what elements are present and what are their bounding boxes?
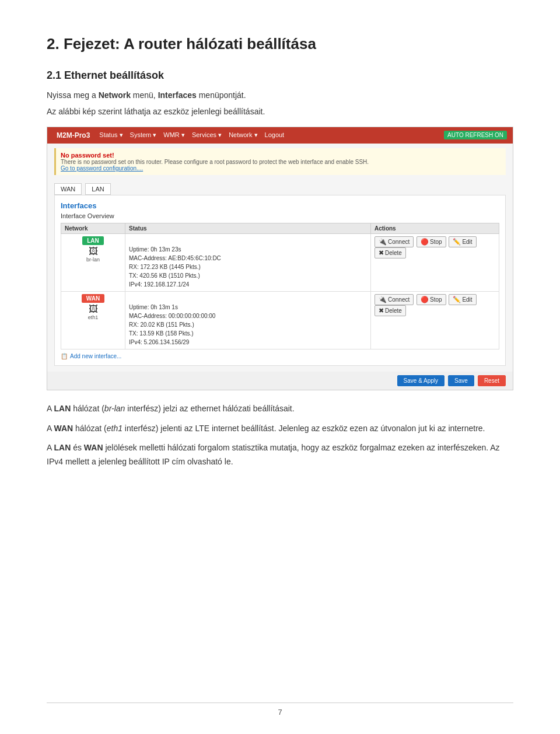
lan-status-text: Uptime: 0h 13m 23s MAC-Address: AE:BD:45… xyxy=(129,246,221,288)
table-row: WAN 🖼 eth1 Uptime: 0h 13m 1s MAC-Address… xyxy=(61,291,499,349)
nav-network[interactable]: Network ▾ xyxy=(229,131,257,139)
lan-actions-cell: 🔌 Connect 🔴 Stop ✏️ Edit ✖ Delete xyxy=(371,233,499,291)
interfaces-heading: Interfaces xyxy=(61,201,499,210)
lan-badge: LAN xyxy=(82,236,104,245)
edit-icon: ✏️ xyxy=(453,296,461,303)
tab-lan[interactable]: LAN xyxy=(85,183,110,195)
save-button[interactable]: Save xyxy=(448,375,474,386)
router-ui-screenshot: M2M-Pro3 Status ▾ System ▾ WMR ▾ Service… xyxy=(47,127,513,390)
wan-edit-button[interactable]: ✏️ Edit xyxy=(449,294,476,305)
delete-icon: ✖ xyxy=(379,249,384,257)
lan-bold-2: LAN xyxy=(54,443,71,452)
nav-status[interactable]: Status ▾ xyxy=(99,131,123,139)
nav-services[interactable]: Services ▾ xyxy=(192,131,222,139)
wan-interface-name: eth1 xyxy=(65,314,121,320)
page-number: 7 xyxy=(278,708,282,716)
body-text-2: A WAN hálózat (eth1 interfész) jelenti a… xyxy=(47,422,513,436)
eth1-italic: eth1 xyxy=(107,424,123,433)
wan-actions-cell: 🔌 Connect 🔴 Stop ✏️ Edit ✖ Delete xyxy=(371,291,499,349)
section-title: 2.1 Ethernet beállítások xyxy=(47,69,513,82)
add-icon: 📋 xyxy=(61,353,68,359)
warning-link[interactable]: Go to password configuration.... xyxy=(61,165,143,172)
lan-stop-button[interactable]: 🔴 Stop xyxy=(416,236,446,247)
lan-delete-button[interactable]: ✖ Delete xyxy=(374,247,406,258)
page-footer: 7 xyxy=(47,702,513,716)
intro-text-2: Az alábbi kép szerint láthatja az eszköz… xyxy=(47,105,513,118)
interface-overview-label: Interface Overview xyxy=(61,212,499,219)
auto-refresh-badge: AUTO REFRESH ON xyxy=(444,131,507,139)
router-brand: M2M-Pro3 xyxy=(53,130,93,141)
stop-icon: 🔴 xyxy=(421,296,429,303)
wan-connect-button[interactable]: 🔌 Connect xyxy=(374,294,414,305)
router-warning-box: No password set! There is no password se… xyxy=(54,148,506,175)
add-interface-button[interactable]: 📋 Add new interface... xyxy=(61,353,121,359)
connect-icon: 🔌 xyxy=(379,296,387,303)
body-text-1: A LAN hálózat (br-lan interfész) jelzi a… xyxy=(47,402,513,416)
router-tabs: WAN LAN xyxy=(47,180,513,195)
table-row: LAN 🖼 br-lan Uptime: 0h 13m 23s MAC-Addr… xyxy=(61,233,499,291)
tab-wan[interactable]: WAN xyxy=(54,183,82,195)
router-action-bar: Save & Apply Save Reset xyxy=(47,372,513,390)
lan-icon: 🖼 xyxy=(65,246,121,257)
wan-delete-button[interactable]: ✖ Delete xyxy=(374,305,406,316)
lan-interface-name: br-lan xyxy=(65,257,121,263)
nav-system[interactable]: System ▾ xyxy=(130,131,157,139)
stop-icon: 🔴 xyxy=(421,238,429,246)
lan-status-cell: Uptime: 0h 13m 23s MAC-Address: AE:BD:45… xyxy=(125,233,371,291)
save-apply-button[interactable]: Save & Apply xyxy=(397,375,444,386)
lan-connect-button[interactable]: 🔌 Connect xyxy=(374,236,414,247)
wan-network-cell: WAN 🖼 eth1 xyxy=(61,291,125,349)
delete-icon: ✖ xyxy=(379,307,384,314)
wan-bold-2: WAN xyxy=(84,443,103,452)
wan-status-cell: Uptime: 0h 13m 1s MAC-Address: 00:00:00:… xyxy=(125,291,371,349)
col-network: Network xyxy=(61,223,125,233)
edit-icon: ✏️ xyxy=(453,238,461,246)
col-actions: Actions xyxy=(371,223,499,233)
warning-title: No password set! xyxy=(61,152,501,159)
intro-text-1: Nyissa meg a Network menü, Interfaces me… xyxy=(47,89,513,102)
br-lan-italic: br-lan xyxy=(104,404,125,413)
lan-edit-button[interactable]: ✏️ Edit xyxy=(449,236,476,247)
wan-icon: 🖼 xyxy=(65,304,121,314)
interface-table: Network Status Actions LAN 🖼 br-lan xyxy=(61,223,499,349)
chapter-title: 2. Fejezet: A router hálózati beállítása xyxy=(47,35,513,53)
wan-stop-button[interactable]: 🔴 Stop xyxy=(416,294,446,305)
wan-bold: WAN xyxy=(54,424,73,433)
nav-logout[interactable]: Logout xyxy=(265,131,285,139)
add-interface-label: Add new interface... xyxy=(70,353,121,359)
lan-bold: LAN xyxy=(54,404,71,413)
warning-body: There is no password set on this router.… xyxy=(61,159,501,165)
connect-icon: 🔌 xyxy=(379,238,387,246)
col-status: Status xyxy=(125,223,371,233)
body-text-3: A LAN és WAN jelölések melletti hálózati… xyxy=(47,441,513,469)
router-nav-items: Status ▾ System ▾ WMR ▾ Services ▾ Netwo… xyxy=(99,131,438,139)
wan-status-text: Uptime: 0h 13m 1s MAC-Address: 00:00:00:… xyxy=(129,304,215,345)
lan-network-cell: LAN 🖼 br-lan xyxy=(61,233,125,291)
router-content-area: Interfaces Interface Overview Network St… xyxy=(54,195,506,366)
nav-wmr[interactable]: WMR ▾ xyxy=(163,131,185,139)
wan-badge: WAN xyxy=(82,294,104,303)
reset-button[interactable]: Reset xyxy=(478,375,506,386)
router-navbar: M2M-Pro3 Status ▾ System ▾ WMR ▾ Service… xyxy=(47,127,513,144)
